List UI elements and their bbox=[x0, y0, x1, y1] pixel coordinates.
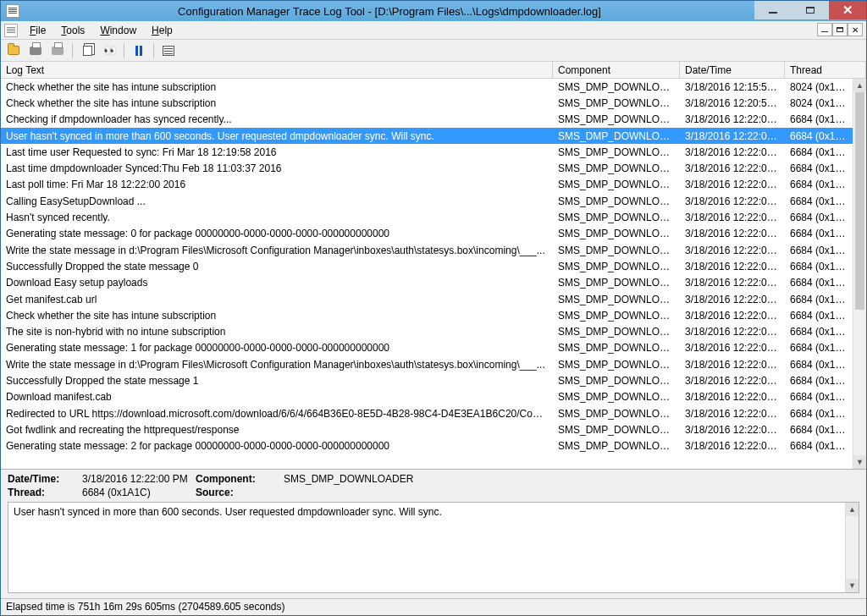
scroll-down-icon[interactable]: ▼ bbox=[846, 579, 859, 592]
log-cell-component: SMS_DMP_DOWNLOADER bbox=[553, 391, 680, 403]
log-cell-text: Download Easy setup payloads bbox=[1, 277, 553, 289]
copy-icon bbox=[83, 46, 92, 56]
binoculars-icon: 👀 bbox=[103, 44, 116, 57]
log-row[interactable]: The site is non-hybrid with no intune su… bbox=[1, 323, 853, 339]
log-cell-text: Calling EasySetupDownload ... bbox=[1, 195, 553, 207]
log-cell-thread: 6684 (0x1A1C) bbox=[785, 212, 853, 223]
log-cell-text: Hasn't synced recently. bbox=[1, 212, 553, 223]
log-row[interactable]: Last poll time: Fri Mar 18 12:22:00 2016… bbox=[1, 177, 853, 193]
log-row[interactable]: Last time user Requested to sync: Fri Ma… bbox=[1, 144, 853, 160]
pause-icon bbox=[135, 46, 142, 56]
scroll-thumb[interactable] bbox=[855, 92, 864, 310]
log-cell-datetime: 3/18/2016 12:22:00 PM bbox=[680, 294, 785, 305]
log-cell-component: SMS_DMP_DOWNLOADER bbox=[553, 261, 680, 272]
log-row[interactable]: Check whether the site has intune subscr… bbox=[1, 95, 853, 111]
menu-window[interactable]: Window bbox=[93, 23, 143, 38]
log-row[interactable]: Write the state message in d:\Program Fi… bbox=[1, 356, 853, 372]
detail-panel: Date/Time: 3/18/2016 12:22:00 PM Compone… bbox=[1, 469, 866, 598]
log-cell-datetime: 3/18/2016 12:22:00 PM bbox=[680, 113, 785, 125]
log-cell-text: Get manifest.cab url bbox=[1, 294, 553, 305]
log-cell-datetime: 3/18/2016 12:22:00 PM bbox=[680, 342, 785, 354]
detail-scrollbar[interactable]: ▲ ▼ bbox=[845, 503, 859, 592]
log-cell-component: SMS_DMP_DOWNLOADER bbox=[553, 326, 680, 338]
find-button[interactable]: 👀 bbox=[100, 41, 119, 60]
log-row[interactable]: Generating state message: 1 for package … bbox=[1, 340, 853, 356]
log-cell-datetime: 3/18/2016 12:15:53 PM bbox=[680, 81, 785, 93]
printer-setup-icon bbox=[52, 47, 64, 55]
log-cell-datetime: 3/18/2016 12:22:00 PM bbox=[680, 424, 785, 436]
log-cell-thread: 6684 (0x1A1C) bbox=[785, 228, 853, 239]
log-cell-component: SMS_DMP_DOWNLOADER bbox=[553, 130, 680, 142]
menu-file-label: ile bbox=[36, 25, 46, 36]
column-header-datetime[interactable]: Date/Time bbox=[680, 62, 785, 78]
folder-open-icon bbox=[8, 46, 19, 55]
scroll-down-icon[interactable]: ▼ bbox=[853, 455, 866, 469]
detail-datetime-value: 3/18/2016 12:22:00 PM bbox=[82, 473, 192, 485]
print-setup-button[interactable] bbox=[48, 41, 67, 60]
log-row[interactable]: Get manifest.cab urlSMS_DMP_DOWNLOADER3/… bbox=[1, 291, 853, 307]
log-cell-datetime: 3/18/2016 12:22:00 PM bbox=[680, 408, 785, 420]
menu-help[interactable]: Help bbox=[145, 23, 179, 38]
printer-icon bbox=[30, 47, 41, 55]
menu-tools[interactable]: Tools bbox=[54, 23, 91, 38]
window-close-button[interactable]: ✕ bbox=[829, 1, 866, 19]
menu-file[interactable]: File bbox=[23, 23, 52, 38]
mdi-minimize-button[interactable] bbox=[817, 23, 832, 36]
log-cell-thread: 6684 (0x1A1C) bbox=[785, 261, 853, 272]
column-header-component[interactable]: Component bbox=[553, 62, 680, 78]
window-minimize-button[interactable] bbox=[754, 1, 792, 19]
log-cell-text: Successfully Dropped the state message 1 bbox=[1, 375, 553, 387]
log-cell-component: SMS_DMP_DOWNLOADER bbox=[553, 113, 680, 125]
log-row[interactable]: Successfully Dropped the state message 0… bbox=[1, 258, 853, 274]
mdi-restore-button[interactable] bbox=[832, 23, 848, 36]
highlight-button[interactable] bbox=[159, 41, 178, 60]
log-row[interactable]: Generating state message: 0 for package … bbox=[1, 226, 853, 242]
log-row[interactable]: Check whether the site has intune subscr… bbox=[1, 307, 853, 323]
log-row[interactable]: Generating state message: 2 for package … bbox=[1, 438, 853, 454]
log-cell-thread: 6684 (0x1A1C) bbox=[785, 359, 853, 371]
column-header-thread[interactable]: Thread bbox=[785, 62, 866, 78]
log-row[interactable]: Write the state message in d:\Program Fi… bbox=[1, 242, 853, 258]
log-cell-thread: 6684 (0x1A1C) bbox=[785, 130, 853, 142]
log-row[interactable]: User hasn't synced in more than 600 seco… bbox=[1, 128, 853, 144]
log-cell-thread: 6684 (0x1A1C) bbox=[785, 342, 853, 354]
log-cell-component: SMS_DMP_DOWNLOADER bbox=[553, 277, 680, 289]
log-scrollbar[interactable]: ▲ ▼ bbox=[853, 79, 866, 469]
log-row[interactable]: Got fwdlink and recreating the httpreque… bbox=[1, 421, 853, 437]
log-cell-thread: 6684 (0x1A1C) bbox=[785, 391, 853, 403]
log-cell-thread: 6684 (0x1A1C) bbox=[785, 294, 853, 305]
detail-message-box[interactable]: User hasn't synced in more than 600 seco… bbox=[8, 502, 859, 593]
toolbar: 👀 bbox=[1, 40, 866, 62]
log-cell-component: SMS_DMP_DOWNLOADER bbox=[553, 342, 680, 354]
toolbar-separator bbox=[153, 43, 154, 58]
log-cell-thread: 8024 (0x1F58) bbox=[785, 97, 853, 109]
log-cell-thread: 6684 (0x1A1C) bbox=[785, 326, 853, 338]
log-row[interactable]: Successfully Dropped the state message 1… bbox=[1, 372, 853, 388]
log-row[interactable]: Check whether the site has intune subscr… bbox=[1, 79, 853, 95]
toolbar-separator bbox=[124, 43, 124, 58]
log-cell-thread: 6684 (0x1A1C) bbox=[785, 408, 853, 420]
log-row[interactable]: Download manifest.cabSMS_DMP_DOWNLOADER3… bbox=[1, 389, 853, 405]
log-cell-datetime: 3/18/2016 12:20:53 PM bbox=[680, 97, 785, 109]
log-row[interactable]: Download Easy setup payloadsSMS_DMP_DOWN… bbox=[1, 275, 853, 291]
log-cell-component: SMS_DMP_DOWNLOADER bbox=[553, 424, 680, 436]
log-row[interactable]: Redirected to URL https://download.micro… bbox=[1, 405, 853, 421]
log-cell-component: SMS_DMP_DOWNLOADER bbox=[553, 359, 680, 371]
scroll-up-icon[interactable]: ▲ bbox=[846, 503, 859, 516]
log-row[interactable]: Last time dmpdownloader Synced:Thu Feb 1… bbox=[1, 160, 853, 176]
scroll-up-icon[interactable]: ▲ bbox=[853, 79, 866, 92]
open-button[interactable] bbox=[4, 41, 23, 60]
log-row[interactable]: Checking if dmpdownloader has synced rec… bbox=[1, 112, 853, 128]
log-cell-datetime: 3/18/2016 12:22:00 PM bbox=[680, 179, 785, 190]
detail-source-value bbox=[284, 487, 859, 498]
log-cell-datetime: 3/18/2016 12:22:00 PM bbox=[680, 245, 785, 256]
copy-button[interactable] bbox=[78, 41, 97, 60]
window-maximize-button[interactable] bbox=[792, 1, 829, 19]
log-row[interactable]: Calling EasySetupDownload ...SMS_DMP_DOW… bbox=[1, 193, 853, 209]
log-cell-datetime: 3/18/2016 12:22:00 PM bbox=[680, 195, 785, 207]
log-row[interactable]: Hasn't synced recently.SMS_DMP_DOWNLOADE… bbox=[1, 209, 853, 225]
column-header-logtext[interactable]: Log Text bbox=[1, 62, 553, 78]
pause-button[interactable] bbox=[130, 41, 148, 60]
mdi-close-button[interactable]: ✕ bbox=[848, 23, 863, 36]
print-button[interactable] bbox=[26, 41, 45, 60]
